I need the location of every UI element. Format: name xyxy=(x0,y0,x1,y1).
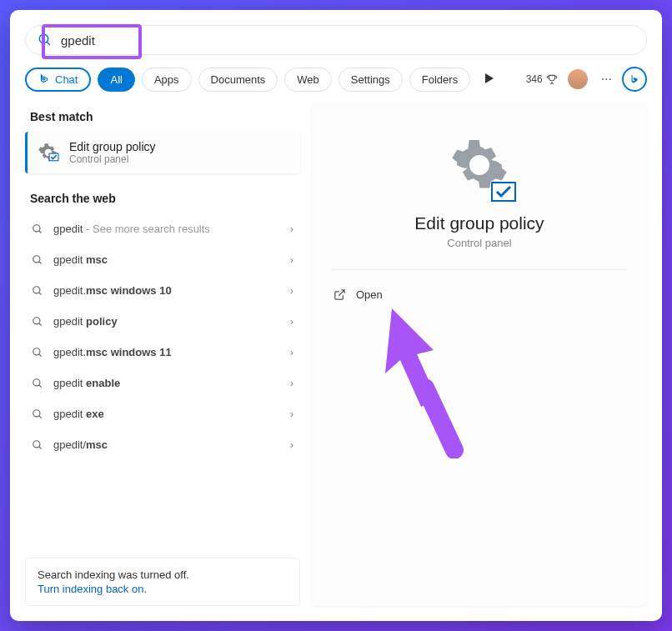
svg-line-8 xyxy=(39,292,42,294)
svg-line-14 xyxy=(39,384,42,387)
web-result-label: gpedit msc xyxy=(53,253,280,266)
rewards-badge[interactable]: 346 xyxy=(526,73,558,85)
tab-settings[interactable]: Settings xyxy=(339,68,403,92)
search-input[interactable] xyxy=(61,33,634,48)
indexing-text: Search indexing was turned off. xyxy=(38,568,288,581)
svg-point-11 xyxy=(33,348,40,354)
check-overlay-icon xyxy=(491,182,516,202)
chevron-right-icon: › xyxy=(290,438,293,451)
web-result-item[interactable]: gpedit.msc windows 10› xyxy=(25,275,300,306)
web-result-label: gpedit.msc windows 11 xyxy=(53,346,280,358)
rewards-count: 346 xyxy=(526,73,543,85)
more-options-button[interactable]: ··· xyxy=(598,72,615,87)
search-icon xyxy=(32,378,43,389)
indexing-link[interactable]: Turn indexing back on. xyxy=(38,583,288,595)
web-result-item[interactable]: gpedit exe› xyxy=(25,398,300,429)
svg-point-15 xyxy=(33,409,40,416)
chevron-right-icon: › xyxy=(290,315,293,328)
chevron-right-icon: › xyxy=(290,253,293,266)
svg-line-18 xyxy=(39,446,42,448)
search-icon xyxy=(38,33,53,48)
svg-line-6 xyxy=(39,261,42,263)
search-window: Chat All Apps Documents Web Settings Fol… xyxy=(10,10,662,621)
search-icon xyxy=(32,223,43,235)
web-result-label: gpedit/msc xyxy=(53,438,280,451)
more-tabs-button[interactable] xyxy=(477,68,502,90)
chat-tab[interactable]: Chat xyxy=(25,68,91,92)
web-result-label: gpedit.msc windows 10 xyxy=(53,284,280,297)
open-label: Open xyxy=(356,288,383,301)
indexing-notice: Search indexing was turned off. Turn ind… xyxy=(25,558,300,606)
svg-point-17 xyxy=(33,440,40,447)
chevron-right-icon: › xyxy=(290,223,293,235)
best-match-header: Best match xyxy=(25,102,300,132)
best-match-title: Edit group policy xyxy=(69,140,156,153)
search-icon xyxy=(32,439,43,451)
chevron-right-icon: › xyxy=(290,284,293,297)
open-icon xyxy=(333,288,346,301)
tab-web[interactable]: Web xyxy=(284,68,332,92)
svg-line-4 xyxy=(39,230,42,233)
chevron-right-icon: › xyxy=(290,377,293,389)
web-result-item[interactable]: gpedit enable› xyxy=(25,368,300,398)
content-area: Best match Edit group policy Control pan… xyxy=(10,102,662,621)
user-avatar[interactable] xyxy=(568,69,588,89)
details-icon-wrap xyxy=(449,135,509,198)
tab-apps[interactable]: Apps xyxy=(142,68,192,92)
web-result-item[interactable]: gpedit/msc› xyxy=(25,429,300,460)
bing-icon xyxy=(629,73,640,85)
tab-folders[interactable]: Folders xyxy=(409,68,470,92)
gear-check-icon xyxy=(38,142,59,163)
best-match-item[interactable]: Edit group policy Control panel xyxy=(25,132,300,173)
tab-all[interactable]: All xyxy=(98,68,134,92)
tab-documents[interactable]: Documents xyxy=(198,68,278,92)
chevron-right-icon: › xyxy=(290,346,293,358)
svg-point-3 xyxy=(33,224,40,231)
trophy-icon xyxy=(546,73,558,85)
svg-point-0 xyxy=(39,34,48,43)
svg-point-9 xyxy=(33,317,40,323)
svg-line-12 xyxy=(39,353,42,356)
web-result-item[interactable]: gpedit policy› xyxy=(25,306,300,337)
web-result-label: gpedit enable xyxy=(53,377,280,389)
divider xyxy=(332,269,627,270)
search-bar[interactable] xyxy=(25,25,647,55)
best-match-subtitle: Control panel xyxy=(69,153,156,165)
web-result-label: gpedit exe xyxy=(53,408,280,420)
details-title: Edit group policy xyxy=(414,213,544,233)
svg-point-5 xyxy=(33,255,40,262)
chevron-right-icon: › xyxy=(290,408,293,420)
open-action[interactable]: Open xyxy=(332,283,627,306)
search-icon xyxy=(32,254,43,266)
web-result-label: gpedit - See more search results xyxy=(53,223,280,235)
web-result-item[interactable]: gpedit msc› xyxy=(25,244,300,275)
web-result-label: gpedit policy xyxy=(53,315,280,328)
web-header: Search the web xyxy=(25,183,300,213)
svg-line-1 xyxy=(47,42,50,45)
chat-label: Chat xyxy=(55,73,78,86)
web-result-item[interactable]: gpedit.msc windows 11› xyxy=(25,337,300,368)
svg-point-7 xyxy=(33,286,40,293)
search-icon xyxy=(32,285,43,297)
play-icon xyxy=(485,73,494,83)
search-icon xyxy=(32,408,43,420)
results-list: Best match Edit group policy Control pan… xyxy=(25,102,300,606)
tabs-row: Chat All Apps Documents Web Settings Fol… xyxy=(10,63,662,102)
bing-button[interactable] xyxy=(622,67,647,92)
bing-chat-icon xyxy=(38,73,50,85)
details-panel: Edit group policy Control panel Open xyxy=(312,102,647,606)
svg-point-13 xyxy=(33,378,40,385)
svg-line-16 xyxy=(39,415,42,418)
svg-line-10 xyxy=(39,323,42,325)
search-icon xyxy=(32,347,43,358)
details-subtitle: Control panel xyxy=(447,237,511,249)
search-icon xyxy=(32,316,43,328)
web-result-item[interactable]: gpedit - See more search results› xyxy=(25,213,300,244)
